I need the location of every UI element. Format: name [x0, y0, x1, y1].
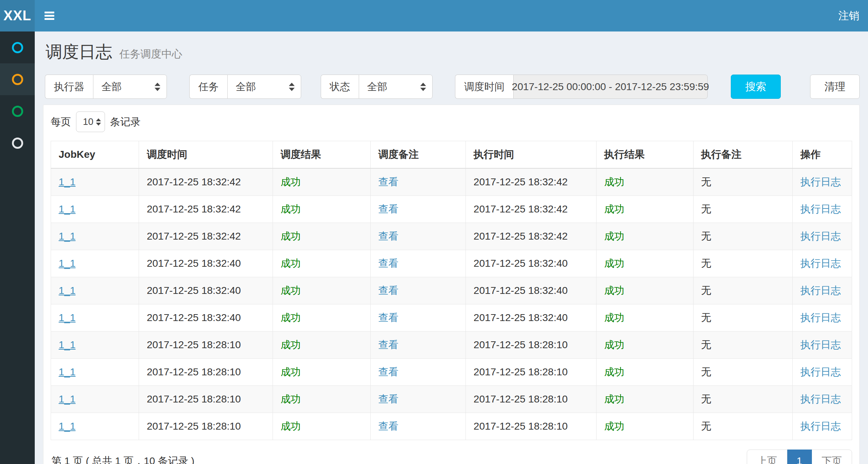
jobkey-link[interactable]: 1_1 [59, 176, 76, 187]
exec-log-link[interactable]: 执行日志 [800, 203, 841, 215]
exec-log-link[interactable]: 执行日志 [800, 393, 841, 405]
page-size-suffix: 条记录 [110, 115, 140, 129]
jobkey-link[interactable]: 1_1 [59, 231, 76, 242]
trigger-msg-link[interactable]: 查看 [378, 176, 399, 187]
trigger-time-range-input[interactable]: 2017-12-25 00:00:00 - 2017-12-25 23:59:5… [513, 75, 708, 99]
handle-time-cell: 2017-12-25 18:32:42 [466, 223, 597, 250]
logout-button[interactable]: 注销 [838, 0, 859, 31]
handle-result-cell: 成功 [597, 196, 694, 223]
trigger-msg-link[interactable]: 查看 [378, 258, 399, 269]
exec-log-link[interactable]: 执行日志 [800, 339, 841, 350]
handle-time-cell: 2017-12-25 18:32:40 [466, 250, 597, 277]
trigger-time-cell: 2017-12-25 18:28:10 [139, 413, 273, 440]
trigger-msg-link[interactable]: 查看 [378, 231, 399, 242]
pagination-page-1-button[interactable]: 1 [787, 450, 812, 464]
pagination-next-button[interactable]: 下页 [812, 450, 852, 464]
handle-time-cell: 2017-12-25 18:32:42 [466, 196, 597, 223]
trigger-time-cell: 2017-12-25 18:32:40 [139, 304, 273, 332]
trigger-time-cell: 2017-12-25 18:28:10 [139, 386, 273, 413]
trigger-time-cell: 2017-12-25 18:28:10 [139, 359, 273, 386]
sidebar-item-joblog[interactable] [0, 63, 35, 95]
handle-msg-cell: 无 [693, 413, 792, 440]
table-row: 1_1 2017-12-25 18:28:10 成功 查看 2017-12-25… [51, 386, 852, 413]
filter-bar: 执行器 全部 任务 全部 状态 全部 调度时间 2017-12-25 00:00… [43, 75, 860, 99]
pagination-info: 第 1 页 ( 总共 1 页，10 条记录 ) [51, 454, 194, 464]
jobkey-link[interactable]: 1_1 [59, 312, 76, 323]
circle-icon [12, 106, 23, 117]
handle-time-cell: 2017-12-25 18:28:10 [466, 386, 597, 413]
app-logo[interactable]: XXL [0, 0, 35, 31]
jobkey-link[interactable]: 1_1 [59, 421, 76, 432]
job-filter-select[interactable]: 全部 [227, 75, 301, 99]
pagination-prev-button[interactable]: 上页 [747, 450, 787, 464]
trigger-msg-link[interactable]: 查看 [378, 285, 399, 296]
exec-log-link[interactable]: 执行日志 [800, 421, 841, 432]
page-size-prefix: 每页 [51, 115, 71, 129]
handle-result-cell: 成功 [597, 223, 694, 250]
jobkey-link[interactable]: 1_1 [59, 366, 76, 377]
hamburger-icon [45, 10, 54, 21]
jobkey-link[interactable]: 1_1 [59, 393, 76, 405]
trigger-result-cell: 成功 [273, 196, 370, 223]
col-header-handle-result: 执行结果 [597, 141, 694, 169]
handle-msg-cell: 无 [693, 386, 792, 413]
trigger-time-cell: 2017-12-25 18:32:42 [139, 168, 273, 196]
trigger-time-cell: 2017-12-25 18:32:42 [139, 223, 273, 250]
handle-result-cell: 成功 [597, 250, 694, 277]
clear-button[interactable]: 清理 [810, 75, 860, 99]
handle-result-cell: 成功 [597, 168, 694, 196]
trigger-msg-link[interactable]: 查看 [378, 312, 399, 323]
sidebar-item-jobinfo[interactable] [0, 95, 35, 127]
handle-result-cell: 成功 [597, 386, 694, 413]
jobkey-link[interactable]: 1_1 [59, 339, 76, 350]
table-row: 1_1 2017-12-25 18:32:42 成功 查看 2017-12-25… [51, 223, 852, 250]
log-list-box: 每页 10 条记录 JobKey 调度时间 调度结果 调度备注 执行时间 执行结… [43, 105, 860, 464]
sidebar-item-report[interactable] [0, 31, 35, 63]
trigger-result-cell: 成功 [273, 332, 370, 359]
exec-log-link[interactable]: 执行日志 [800, 258, 841, 269]
table-row: 1_1 2017-12-25 18:28:10 成功 查看 2017-12-25… [51, 332, 852, 359]
page-size-select[interactable]: 10 [76, 111, 105, 132]
table-header-row: JobKey 调度时间 调度结果 调度备注 执行时间 执行结果 执行备注 操作 [51, 141, 852, 169]
executor-filter-select[interactable]: 全部 [93, 75, 167, 99]
table-row: 1_1 2017-12-25 18:32:42 成功 查看 2017-12-25… [51, 196, 852, 223]
col-header-jobkey: JobKey [51, 141, 139, 169]
trigger-msg-link[interactable]: 查看 [378, 393, 399, 405]
handle-msg-cell: 无 [693, 250, 792, 277]
handle-msg-cell: 无 [693, 223, 792, 250]
trigger-result-cell: 成功 [273, 386, 370, 413]
jobkey-link[interactable]: 1_1 [59, 258, 76, 269]
page-title: 调度日志 [46, 42, 112, 61]
handle-result-cell: 成功 [597, 332, 694, 359]
trigger-msg-link[interactable]: 查看 [378, 366, 399, 377]
trigger-msg-link[interactable]: 查看 [378, 203, 399, 215]
sidebar-toggle-button[interactable] [35, 0, 64, 31]
exec-log-link[interactable]: 执行日志 [800, 285, 841, 296]
col-header-action: 操作 [793, 141, 852, 169]
handle-time-cell: 2017-12-25 18:32:40 [466, 304, 597, 332]
trigger-time-filter-group: 调度时间 2017-12-25 00:00:00 - 2017-12-25 23… [455, 75, 708, 99]
trigger-result-cell: 成功 [273, 304, 370, 332]
exec-log-link[interactable]: 执行日志 [800, 231, 841, 242]
search-button[interactable]: 搜索 [731, 75, 781, 99]
sidebar-menu [0, 31, 35, 464]
trigger-msg-link[interactable]: 查看 [378, 339, 399, 350]
jobkey-link[interactable]: 1_1 [59, 203, 76, 215]
handle-msg-cell: 无 [693, 168, 792, 196]
exec-log-link[interactable]: 执行日志 [800, 176, 841, 187]
page-size-value: 10 [83, 116, 93, 127]
handle-time-cell: 2017-12-25 18:28:10 [466, 332, 597, 359]
jobkey-link[interactable]: 1_1 [59, 285, 76, 296]
executor-selected-value: 全部 [101, 80, 122, 94]
sidebar-item-help[interactable] [0, 127, 35, 159]
trigger-msg-link[interactable]: 查看 [378, 421, 399, 432]
trigger-time-cell: 2017-12-25 18:32:42 [139, 196, 273, 223]
top-navbar: XXL 注销 [0, 0, 868, 31]
status-filter-select[interactable]: 全部 [359, 75, 433, 99]
table-row: 1_1 2017-12-25 18:32:42 成功 查看 2017-12-25… [51, 168, 852, 196]
select-arrows-icon [420, 83, 426, 91]
col-header-handle-time: 执行时间 [466, 141, 597, 169]
exec-log-link[interactable]: 执行日志 [800, 366, 841, 377]
exec-log-link[interactable]: 执行日志 [800, 312, 841, 323]
handle-time-cell: 2017-12-25 18:28:10 [466, 359, 597, 386]
